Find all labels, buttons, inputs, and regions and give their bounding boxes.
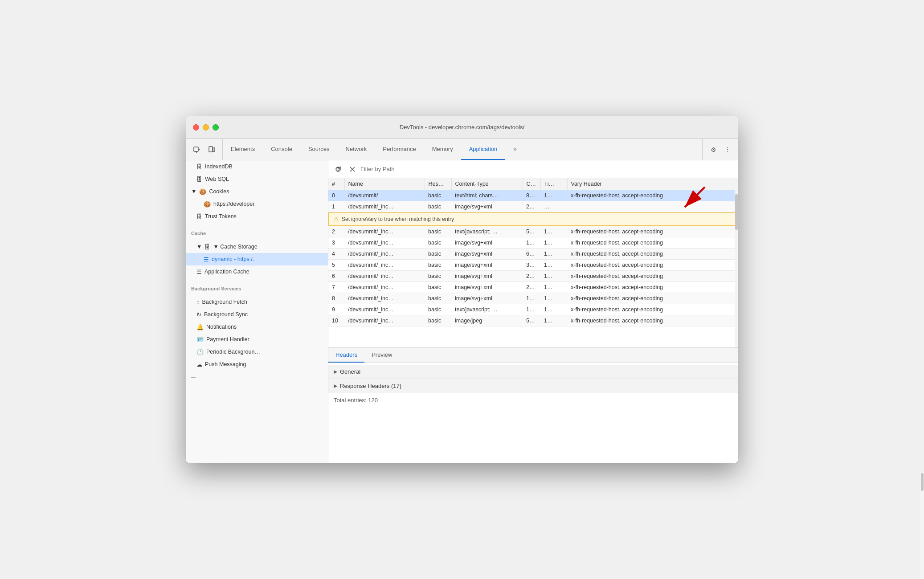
sidebar-item-background-fetch[interactable]: ↕ Background Fetch <box>186 296 328 308</box>
cell-res: basic <box>425 190 451 201</box>
cell-ti: 1… <box>540 190 567 201</box>
traffic-lights <box>186 124 219 130</box>
table-row[interactable]: 0 /devsummit/ basic text/html; chars… 8…… <box>328 190 738 201</box>
tab-console[interactable]: Console <box>263 139 300 160</box>
clear-button[interactable] <box>346 163 359 175</box>
cell-vary: x-fh-requested-host, accept-encoding <box>567 249 738 260</box>
response-headers-expand-arrow: ▶ <box>334 383 337 389</box>
cell-ti: … <box>540 201 567 212</box>
more-options-icon[interactable]: ⋮ <box>721 143 734 156</box>
filter-input[interactable] <box>360 166 735 172</box>
sidebar-item-periodic-bg[interactable]: 🕐 Periodic Backgroun… <box>186 346 328 358</box>
inspect-element-icon[interactable] <box>190 143 203 156</box>
sidebar-item-dynamic-cache[interactable]: ☰ dynamic - https:/. <box>186 253 328 265</box>
table-row[interactable]: 2 /devsummit/_inc… basic text/javascript… <box>328 226 738 237</box>
table-row[interactable]: 10 /devsummit/_inc… basic image/jpeg 5… … <box>328 315 738 326</box>
cell-c: 1… <box>523 237 540 249</box>
tab-application[interactable]: Application <box>461 139 506 160</box>
maximize-button[interactable] <box>213 124 219 130</box>
col-header-ct[interactable]: Content-Type <box>451 178 523 190</box>
section-general[interactable]: ▶ General <box>328 365 738 379</box>
bg-fetch-icon: ↕ <box>196 299 200 306</box>
tab-headers[interactable]: Headers <box>328 348 364 363</box>
cell-res: basic <box>425 226 451 237</box>
cell-res: basic <box>425 249 451 260</box>
col-header-res[interactable]: Res… <box>425 178 451 190</box>
tab-elements[interactable]: Elements <box>223 139 263 160</box>
cell-num: 2 <box>328 226 344 237</box>
main-area: 🗄 IndexedDB 🗄 Web SQL ▼ 🍪 Cookies 🍪 http… <box>186 160 738 463</box>
cell-ti: 1… <box>540 249 567 260</box>
cell-name: /devsummit/_inc… <box>344 226 425 237</box>
sidebar-item-cookies-url[interactable]: 🍪 https://developer. <box>186 198 328 210</box>
scroll-thumb[interactable] <box>735 194 738 230</box>
cell-name: /devsummit/_inc… <box>344 201 425 212</box>
sidebar-section-bg-services: Background Services <box>186 281 328 296</box>
table-row[interactable]: 6 /devsummit/_inc… basic image/svg+xml 2… <box>328 271 738 282</box>
scrollbar[interactable] <box>735 178 738 347</box>
settings-icon[interactable]: ⚙ <box>707 143 720 156</box>
cell-vary: x-fh-requested-host, accept-encoding <box>567 293 738 304</box>
cell-res: basic <box>425 271 451 282</box>
tab-performance[interactable]: Performance <box>375 139 424 160</box>
cell-res: basic <box>425 293 451 304</box>
tab-preview[interactable]: Preview <box>364 348 399 363</box>
col-header-vary[interactable]: Vary Header <box>567 178 738 190</box>
close-button[interactable] <box>193 124 199 130</box>
cell-c: 3… <box>523 260 540 271</box>
sidebar-item-background-sync[interactable]: ↻ Background Sync <box>186 308 328 321</box>
table-row[interactable]: 7 /devsummit/_inc… basic image/svg+xml 2… <box>328 282 738 293</box>
cell-vary: x-fh-requested-host, accept-encoding <box>567 226 738 237</box>
tab-bar-actions: ⚙ ⋮ <box>702 139 738 160</box>
cell-num: 10 <box>328 315 344 326</box>
svg-rect-0 <box>194 147 198 151</box>
cell-name: /devsummit/_inc… <box>344 271 425 282</box>
section-response-headers[interactable]: ▶ Response Headers (17) <box>328 379 738 393</box>
tooltip-box: ⚠ Set ignoreVary to true when matching t… <box>328 212 738 226</box>
sidebar-item-cookies-header[interactable]: ▼ 🍪 Cookies <box>186 185 328 198</box>
table-row[interactable]: 1 /devsummit/_inc… basic image/svg+xml 2… <box>328 201 738 212</box>
sidebar-item-trust-tokens[interactable]: 🗄 Trust Tokens <box>186 210 328 223</box>
table-area: # Name Res… Content-Type C… Ti… Vary Hea… <box>328 160 738 347</box>
table-row[interactable]: 5 /devsummit/_inc… basic image/svg+xml 3… <box>328 260 738 271</box>
cell-num: 1 <box>328 201 344 212</box>
tab-sources[interactable]: Sources <box>300 139 338 160</box>
tab-memory[interactable]: Memory <box>424 139 461 160</box>
sidebar-item-notifications[interactable]: 🔔 Notifications <box>186 321 328 333</box>
cell-c: 8… <box>523 190 540 201</box>
cell-name: /devsummit/_inc… <box>344 304 425 315</box>
table-row[interactable]: 9 /devsummit/_inc… basic text/javascript… <box>328 304 738 315</box>
tab-network[interactable]: Network <box>338 139 375 160</box>
cell-name: /devsummit/_inc… <box>344 282 425 293</box>
minimize-button[interactable] <box>203 124 209 130</box>
sidebar-item-websql[interactable]: 🗄 Web SQL <box>186 173 328 185</box>
table-row[interactable]: 4 /devsummit/_inc… basic image/svg+xml 6… <box>328 249 738 260</box>
col-header-num[interactable]: # <box>328 178 344 190</box>
table-row[interactable]: 3 /devsummit/_inc… basic image/svg+xml 1… <box>328 237 738 249</box>
tab-more[interactable]: » <box>505 139 524 160</box>
table-row[interactable]: 8 /devsummit/_inc… basic image/svg+xml 1… <box>328 293 738 304</box>
sidebar-item-payment-handler[interactable]: 🪪 Payment Handler <box>186 333 328 346</box>
cell-num: 7 <box>328 282 344 293</box>
sidebar-bottom: – <box>186 371 328 383</box>
cell-res: basic <box>425 201 451 212</box>
cell-name: /devsummit/_inc… <box>344 293 425 304</box>
window-title: DevTools - developer.chrome.com/tags/dev… <box>400 124 524 130</box>
col-header-c[interactable]: C… <box>523 178 540 190</box>
sidebar-item-application-cache[interactable]: ☰ Application Cache <box>186 265 328 278</box>
sidebar-item-cache-storage[interactable]: ▼ 🗄 ▼ Cache Storage <box>186 241 328 253</box>
sidebar-item-indexeddb[interactable]: 🗄 IndexedDB <box>186 160 328 173</box>
warning-icon: ⚠ <box>333 216 339 223</box>
device-toolbar-icon[interactable] <box>205 143 218 156</box>
push-messaging-icon: ☁ <box>196 361 202 368</box>
cell-res: basic <box>425 315 451 326</box>
col-header-name[interactable]: Name <box>344 178 425 190</box>
table-body: 0 /devsummit/ basic text/html; chars… 8…… <box>328 190 738 326</box>
total-entries: Total entries: 120 <box>328 393 738 407</box>
col-header-ti[interactable]: Ti… <box>540 178 567 190</box>
cell-ct: text/javascript; … <box>451 226 523 237</box>
cell-vary: x-fh-requested-host, accept-encoding <box>567 271 738 282</box>
refresh-button[interactable] <box>332 163 344 175</box>
cell-name: /devsummit/_inc… <box>344 249 425 260</box>
sidebar-item-push-messaging[interactable]: ☁ Push Messaging <box>186 358 328 371</box>
